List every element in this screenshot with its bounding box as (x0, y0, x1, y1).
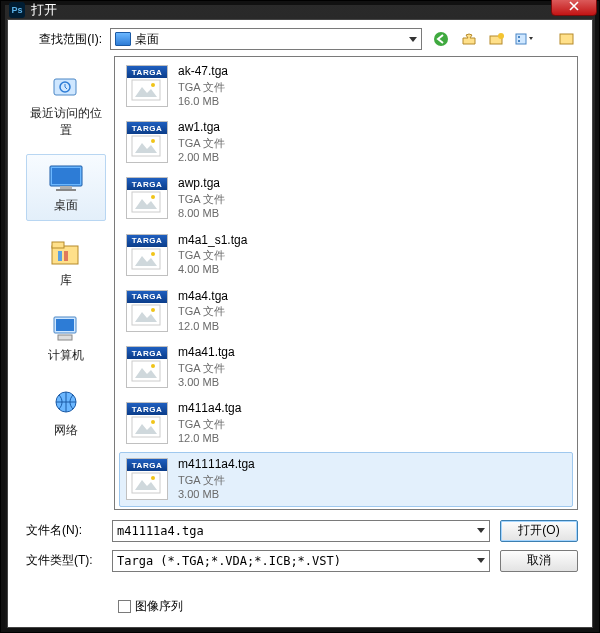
up-button[interactable] (458, 28, 480, 50)
svg-point-2 (498, 33, 504, 39)
svg-rect-14 (52, 242, 64, 248)
titlebar[interactable]: Ps 打开 (1, 1, 599, 19)
open-button[interactable]: 打开(O) (500, 520, 578, 542)
place-label: 最近访问的位置 (29, 105, 103, 139)
preview-icon (559, 31, 575, 47)
file-item[interactable]: TARGAm4a4.tgaTGA 文件12.0 MB (119, 284, 573, 338)
svg-point-36 (151, 252, 155, 256)
lookin-combo[interactable]: 桌面 (110, 28, 422, 50)
file-info: m41111a4.tgaTGA 文件3.00 MB (178, 457, 255, 501)
file-item[interactable]: TARGAm41111a4.tgaTGA 文件3.00 MB (119, 452, 573, 506)
new-folder-icon (489, 31, 505, 47)
svg-rect-21 (131, 79, 161, 101)
file-name: ak-47.tga (178, 64, 228, 80)
tga-thumbnail: TARGA (126, 458, 168, 500)
file-item[interactable]: TARGAawp.tgaTGA 文件8.00 MB (119, 171, 573, 225)
thumb-badge: TARGA (127, 403, 167, 415)
filename-combo[interactable]: m41111a4.tga (112, 520, 490, 542)
filetype-combo[interactable]: Targa (*.TGA;*.VDA;*.ICB;*.VST) (112, 550, 490, 572)
tga-thumbnail: TARGA (126, 121, 168, 163)
thumb-badge: TARGA (127, 178, 167, 190)
filename-value: m41111a4.tga (117, 524, 204, 538)
chevron-down-icon (409, 37, 417, 42)
svg-rect-49 (131, 472, 161, 494)
back-button[interactable] (430, 28, 452, 50)
desktop-icon (46, 161, 86, 195)
place-recent[interactable]: 最近访问的位置 (26, 62, 106, 146)
file-size: 12.0 MB (178, 431, 241, 445)
svg-rect-45 (131, 416, 161, 438)
file-name: awp.tga (178, 176, 225, 192)
place-network[interactable]: 网络 (26, 379, 106, 446)
svg-rect-25 (131, 135, 161, 157)
svg-rect-5 (518, 40, 520, 42)
file-list[interactable]: TARGAak-47.tgaTGA 文件16.0 MBTARGAaw1.tgaT… (114, 56, 578, 510)
views-button[interactable] (514, 28, 536, 50)
svg-point-0 (434, 32, 448, 46)
svg-point-32 (151, 195, 155, 199)
filetype-row: 文件类型(T): Targa (*.TGA;*.VDA;*.ICB;*.VST)… (22, 550, 578, 572)
file-item[interactable]: TARGAm4a41.tgaTGA 文件3.00 MB (119, 340, 573, 394)
file-size: 8.00 MB (178, 206, 225, 220)
thumb-badge: TARGA (127, 291, 167, 303)
file-name: m4a1_s1.tga (178, 233, 247, 249)
thumb-badge: TARGA (127, 122, 167, 134)
file-name: m411a4.tga (178, 401, 241, 417)
chevron-down-icon (477, 558, 485, 563)
file-info: m4a4.tgaTGA 文件12.0 MB (178, 289, 228, 333)
svg-rect-19 (58, 335, 72, 340)
place-label: 桌面 (54, 197, 78, 214)
computer-icon (46, 311, 86, 345)
svg-point-48 (151, 420, 155, 424)
place-label: 网络 (54, 422, 78, 439)
file-info: m411a4.tgaTGA 文件12.0 MB (178, 401, 241, 445)
nav-toolbar (430, 28, 578, 50)
file-size: 2.00 MB (178, 150, 225, 164)
image-icon (131, 416, 161, 441)
views-icon (515, 31, 535, 47)
image-icon (131, 191, 161, 216)
places-bar: 最近访问的位置桌面库计算机网络 (22, 56, 110, 510)
svg-rect-3 (516, 34, 526, 44)
file-info: m4a1_s1.tgaTGA 文件4.00 MB (178, 233, 247, 277)
sequence-row: 图像序列 (118, 598, 578, 615)
file-size: 3.00 MB (178, 487, 255, 501)
place-computer[interactable]: 计算机 (26, 304, 106, 371)
tga-thumbnail: TARGA (126, 65, 168, 107)
file-type: TGA 文件 (178, 417, 241, 431)
back-icon (433, 31, 449, 47)
file-info: awp.tgaTGA 文件8.00 MB (178, 176, 225, 220)
file-size: 3.00 MB (178, 375, 235, 389)
sequence-checkbox[interactable] (118, 600, 131, 613)
filetype-value: Targa (*.TGA;*.VDA;*.ICB;*.VST) (117, 554, 341, 568)
sequence-label: 图像序列 (135, 598, 183, 615)
file-item[interactable]: TARGAaw1.tgaTGA 文件2.00 MB (119, 115, 573, 169)
image-icon (131, 79, 161, 104)
dialog-body: 查找范围(I): 桌面 最近访问的位置桌面库计算机网络 TARGAak-47.t… (7, 19, 593, 628)
new-folder-button[interactable] (486, 28, 508, 50)
svg-point-44 (151, 364, 155, 368)
close-button[interactable] (551, 0, 597, 16)
thumb-badge: TARGA (127, 235, 167, 247)
middle-area: 最近访问的位置桌面库计算机网络 TARGAak-47.tgaTGA 文件16.0… (22, 56, 578, 510)
cancel-button[interactable]: 取消 (500, 550, 578, 572)
place-libraries[interactable]: 库 (26, 229, 106, 296)
preview-button[interactable] (556, 28, 578, 50)
svg-rect-10 (52, 168, 80, 184)
file-type: TGA 文件 (178, 80, 228, 94)
file-item[interactable]: TARGAm4a1_s1.tgaTGA 文件4.00 MB (119, 228, 573, 282)
file-info: aw1.tgaTGA 文件2.00 MB (178, 120, 225, 164)
thumb-badge: TARGA (127, 66, 167, 78)
svg-rect-33 (131, 248, 161, 270)
file-item[interactable]: TARGAak-47.tgaTGA 文件16.0 MB (119, 59, 573, 113)
libraries-icon (46, 236, 86, 270)
svg-rect-41 (131, 360, 161, 382)
file-type: TGA 文件 (178, 248, 247, 262)
lookin-label: 查找范围(I): (22, 31, 102, 48)
desktop-icon (115, 32, 131, 46)
image-icon (131, 135, 161, 160)
file-item[interactable]: TARGAm411a4.tgaTGA 文件12.0 MB (119, 396, 573, 450)
place-desktop[interactable]: 桌面 (26, 154, 106, 221)
chevron-down-icon (477, 528, 485, 533)
svg-rect-12 (56, 189, 76, 191)
